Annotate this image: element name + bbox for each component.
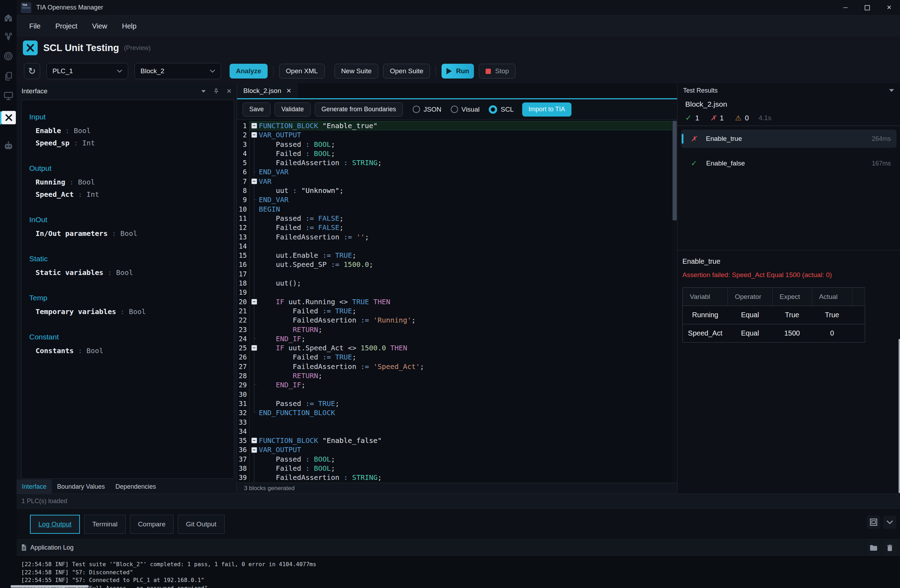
- code-text: END_VAR: [259, 195, 289, 204]
- line-number: 26: [237, 352, 250, 361]
- section-title: Temp: [29, 294, 234, 302]
- menu-project[interactable]: Project: [55, 22, 77, 30]
- target-icon[interactable]: [0, 49, 17, 63]
- refresh-icon[interactable]: ↻: [24, 63, 40, 79]
- maximize-icon[interactable]: [857, 0, 878, 16]
- code-line-body: END_IF;: [250, 334, 677, 343]
- code-text: IF uut.Speed_Act <> 1500.0 THEN: [259, 343, 407, 352]
- fold-marker-icon[interactable]: −: [250, 445, 259, 454]
- section-title: Input: [29, 113, 234, 121]
- save-button[interactable]: Save: [243, 102, 270, 116]
- panel-tab-dependencies[interactable]: Dependencies: [110, 479, 161, 493]
- code-text: END_IF;: [259, 380, 305, 389]
- fold-marker-icon[interactable]: −: [250, 436, 259, 445]
- open-xml-button[interactable]: Open XML: [279, 64, 325, 79]
- tab-close-icon[interactable]: ✕: [286, 87, 292, 95]
- fold-guide: [250, 455, 259, 464]
- run-button[interactable]: Run: [442, 64, 474, 79]
- generate-from-boundaries-button[interactable]: Generate from Boundaries: [315, 102, 403, 116]
- radio-scl[interactable]: SCL: [489, 105, 514, 114]
- tab-block2-json[interactable]: Block_2.json ✕: [237, 83, 298, 98]
- fold-minus-icon[interactable]: −: [251, 132, 257, 138]
- menu-file[interactable]: File: [29, 22, 40, 30]
- code-text: VAR_OUTPUT: [259, 445, 301, 454]
- test-tubes-icon[interactable]: [2, 111, 16, 124]
- line-number: 8: [237, 186, 250, 195]
- home-icon[interactable]: [0, 11, 17, 25]
- branch-icon[interactable]: [0, 29, 17, 43]
- test-result-item[interactable]: ✗Enable_true264ms: [681, 130, 897, 148]
- stop-button[interactable]: Stop: [479, 64, 515, 79]
- bottom-tab-git-output[interactable]: Git Output: [178, 515, 225, 534]
- code-line: 25− IF uut.Speed_Act <> 1500.0 THEN: [237, 343, 677, 352]
- trash-icon[interactable]: [883, 541, 897, 555]
- close-icon[interactable]: ✕: [878, 0, 900, 16]
- import-to-tia-button[interactable]: Import to TIA: [522, 102, 571, 116]
- test-name: Enable_true: [706, 135, 742, 143]
- folder-icon[interactable]: [867, 541, 880, 555]
- fold-marker-icon[interactable]: −: [250, 343, 259, 352]
- fold-minus-icon[interactable]: −: [251, 438, 257, 443]
- radio-visual[interactable]: Visual: [451, 105, 479, 113]
- line-number: 22: [237, 315, 250, 325]
- menu-view[interactable]: View: [92, 22, 107, 30]
- code-text: FUNCTION_BLOCK "Enable_true": [259, 121, 377, 130]
- panel-scrollbar-thumb[interactable]: [898, 339, 900, 493]
- line-number: 24: [237, 334, 250, 343]
- collapse-panel-icon[interactable]: [883, 515, 897, 529]
- fold-marker-icon[interactable]: −: [250, 177, 259, 186]
- fold-minus-icon[interactable]: −: [251, 299, 257, 304]
- code-line-body: FailedAssertion : STRING;: [250, 158, 677, 167]
- fold-guide: [250, 158, 259, 167]
- interface-variable: Enable : Bool: [29, 125, 234, 137]
- block-select[interactable]: Block_2: [135, 63, 221, 79]
- minimize-icon[interactable]: ─: [835, 0, 857, 16]
- fold-marker-icon[interactable]: −: [250, 297, 259, 306]
- fold-marker-icon[interactable]: −: [250, 121, 259, 130]
- menu-help[interactable]: Help: [122, 22, 136, 30]
- bottom-tab-terminal[interactable]: Terminal: [84, 515, 126, 534]
- test-result-item[interactable]: ✓Enable_false167ms: [681, 154, 897, 172]
- documents-icon[interactable]: [0, 69, 17, 83]
- code-line: 8 uut : "Unknown";: [237, 186, 677, 195]
- horizontal-scrollbar-thumb[interactable]: [11, 585, 89, 588]
- code-line-body: Failed := FALSE;: [250, 223, 677, 232]
- table-cell: True: [773, 306, 812, 324]
- validate-button[interactable]: Validate: [275, 102, 310, 116]
- fold-marker-icon[interactable]: −: [250, 130, 259, 140]
- monitor-icon[interactable]: [0, 89, 17, 103]
- code-text: Failed : BOOL;: [259, 149, 335, 158]
- radio-dot: [451, 105, 458, 113]
- open-suite-button[interactable]: Open Suite: [383, 64, 430, 79]
- fold-minus-icon[interactable]: −: [251, 447, 257, 453]
- code-line: 19: [237, 288, 677, 297]
- bottom-tab-log-output[interactable]: Log Output: [30, 515, 80, 534]
- fold-guide: [250, 334, 259, 343]
- interface-section-output: OutputRunning : BoolSpeed_Act : Int: [29, 164, 234, 201]
- code-line-body: FailedAssertion := 'Speed_Act';: [250, 362, 677, 371]
- code-editor[interactable]: 1−FUNCTION_BLOCK "Enable_true"2−VAR_OUTP…: [237, 120, 677, 483]
- editor-scrollbar-thumb[interactable]: [672, 121, 677, 220]
- chevron-down-icon[interactable]: [889, 89, 894, 92]
- plc-select[interactable]: PLC_1: [47, 63, 128, 79]
- new-suite-button[interactable]: New Suite: [335, 64, 379, 79]
- fold-guide: [250, 251, 259, 260]
- close-icon[interactable]: ✕: [227, 87, 232, 95]
- code-line-body: −FUNCTION_BLOCK "Enable_false": [250, 436, 677, 445]
- bottom-tab-compare[interactable]: Compare: [130, 515, 174, 534]
- panel-tab-interface[interactable]: Interface: [17, 479, 52, 493]
- chevron-down-icon[interactable]: [201, 90, 206, 93]
- panel-tab-boundary-values[interactable]: Boundary Values: [52, 479, 110, 493]
- maximize-panel-icon[interactable]: [867, 515, 880, 529]
- fold-minus-icon[interactable]: −: [251, 178, 257, 184]
- fold-minus-icon[interactable]: −: [251, 123, 257, 129]
- pin-icon[interactable]: [214, 88, 219, 94]
- fold-minus-icon[interactable]: −: [251, 345, 257, 351]
- line-number: 12: [237, 223, 250, 232]
- interface-variable: Temporary variables : Bool: [29, 306, 234, 318]
- analyze-button[interactable]: Analyze: [230, 64, 268, 79]
- code-line: 11 Passed := FALSE;: [237, 214, 677, 223]
- radio-json[interactable]: JSON: [413, 105, 442, 113]
- robot-icon[interactable]: [0, 138, 17, 152]
- app-logo-icon: TIAOpenness: [21, 3, 31, 13]
